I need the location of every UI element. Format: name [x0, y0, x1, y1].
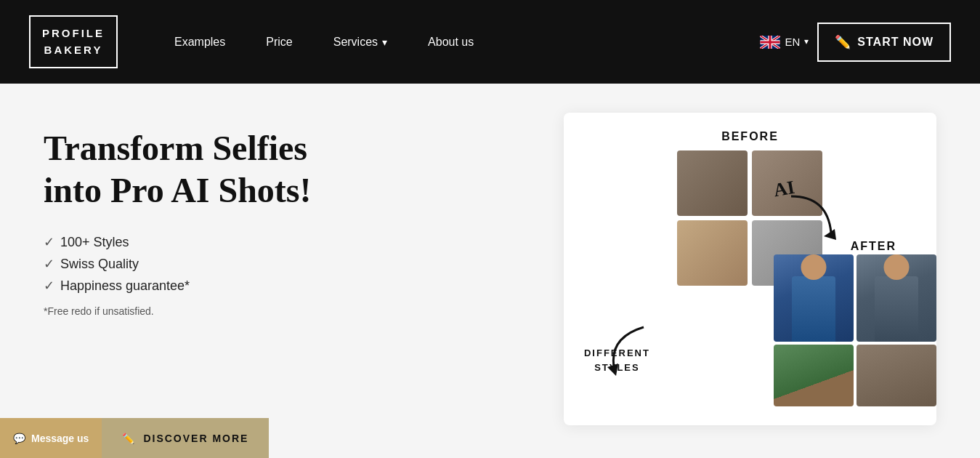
message-us-button[interactable]: 💬 Message us: [0, 418, 102, 458]
hero-features-list: ✓ 100+ Styles ✓ Swiss Quality ✓ Happines…: [44, 234, 535, 294]
different-styles-label: DIFFERENT STYLES: [584, 346, 650, 374]
nav-about[interactable]: About us: [408, 36, 494, 49]
feature-item: ✓ 100+ Styles: [44, 234, 535, 250]
message-icon: 💬: [13, 433, 25, 444]
checkmark-icon: ✓: [44, 278, 54, 294]
hero-footnote: *Free redo if unsatisfied.: [44, 305, 535, 317]
feature-item: ✓ Swiss Quality: [44, 256, 535, 272]
discover-more-button[interactable]: ✏️ DISCOVER MORE: [102, 418, 269, 458]
discover-more-label: DISCOVER MORE: [143, 433, 248, 444]
nav-links: Examples Price Services About us: [154, 36, 760, 49]
bottom-cta: 💬 Message us ✏️ DISCOVER MORE: [0, 418, 980, 458]
after-photo-2: [857, 254, 936, 342]
nav-services[interactable]: Services: [313, 36, 408, 49]
before-label: BEFORE: [581, 130, 919, 143]
uk-flag-icon: [760, 36, 780, 49]
hero-section: Transform Selfies into Pro AI Shots! ✓ 1…: [0, 84, 980, 458]
discover-wand-icon: ✏️: [122, 433, 136, 444]
start-now-button[interactable]: ✏️ START NOW: [817, 23, 951, 62]
start-now-label: START NOW: [857, 36, 934, 49]
nav-examples[interactable]: Examples: [154, 36, 246, 49]
language-label: EN: [785, 36, 800, 48]
after-photo-4: [857, 345, 936, 406]
checkmark-icon: ✓: [44, 234, 54, 250]
wand-icon: ✏️: [835, 34, 851, 50]
before-photo-1: [677, 150, 748, 216]
feature-item: ✓ Happiness guarantee*: [44, 278, 535, 294]
after-photo-1: [774, 254, 854, 342]
ai-arrow-icon: [784, 189, 842, 247]
message-us-label: Message us: [31, 433, 89, 444]
after-label: AFTER: [851, 240, 896, 253]
logo[interactable]: PROFILE BAKERY: [29, 15, 118, 68]
nav-price[interactable]: Price: [246, 36, 312, 49]
after-photos: [774, 254, 936, 406]
nav-right: EN ▾ ✏️ START NOW: [760, 23, 951, 62]
language-selector[interactable]: EN ▾: [760, 36, 809, 49]
navbar: PROFILE BAKERY Examples Price Services A…: [0, 0, 980, 84]
after-photo-3: [774, 345, 854, 406]
hero-content: Transform Selfies into Pro AI Shots! ✓ 1…: [44, 113, 535, 339]
lang-chevron-icon: ▾: [804, 36, 809, 47]
before-photo-3: [677, 220, 748, 286]
checkmark-icon: ✓: [44, 256, 54, 272]
hero-title: Transform Selfies into Pro AI Shots!: [44, 127, 535, 211]
before-after-card: BEFORE AI AFTER DIFFERENT STYLES: [564, 113, 936, 425]
